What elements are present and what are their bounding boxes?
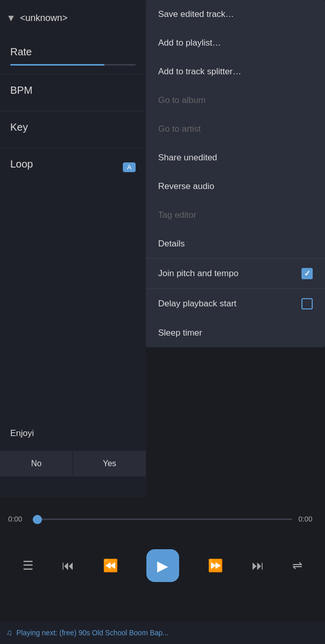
controls-bar: ☰ ⏮ ⏪ ▶ ⏩ ⏭ ⇌ [0, 543, 325, 588]
play-button[interactable]: ▶ [146, 549, 179, 582]
menu-item-label-4: Go to artist [158, 124, 201, 134]
bottom-buttons: No Yes [0, 451, 146, 476]
rate-slider-fill [10, 64, 104, 66]
next-track-icon[interactable]: ⏭ [252, 558, 264, 573]
menu-item-label-6: Reverse audio [158, 181, 214, 192]
menu-item-checkbox-10[interactable] [301, 298, 313, 309]
menu-item-label-9: Join pitch and tempo [158, 268, 239, 279]
loop-label: Loop [10, 158, 33, 170]
menu-item-label-10: Delay playback start [158, 299, 236, 309]
fast-forward-icon[interactable]: ⏩ [208, 558, 223, 573]
queue-icon[interactable]: ☰ [23, 558, 34, 573]
key-section: Key [0, 111, 146, 148]
progress-track[interactable] [33, 518, 292, 520]
loop-section: Loop A [0, 148, 146, 184]
progress-thumb[interactable] [33, 515, 42, 524]
menu-item-3: Go to album [146, 86, 325, 115]
dropdown-menu: Save edited track…Add to playlist…Add to… [146, 0, 325, 347]
header-title: <unknown> [20, 13, 68, 24]
key-label: Key [10, 121, 136, 133]
menu-item-8[interactable]: Details [146, 230, 325, 258]
bpm-label: BPM [10, 85, 136, 96]
start-time: 0:00 [8, 515, 27, 523]
prev-track-icon[interactable]: ⏮ [62, 558, 74, 573]
menu-item-label-11: Sleep timer [158, 328, 202, 338]
rate-slider[interactable] [10, 64, 136, 66]
rewind-icon[interactable]: ⏪ [103, 558, 118, 573]
rate-section: Rate [0, 36, 146, 74]
menu-item-7: Tag editor [146, 201, 325, 230]
progress-bar-area: 0:00 0:00 [0, 515, 325, 523]
bottom-bar: ♫ Playing next: (free) 90s Old School Bo… [0, 621, 325, 644]
no-button[interactable]: No [0, 451, 73, 476]
menu-item-10[interactable]: Delay playback start [146, 289, 325, 319]
playing-next-icon: ♫ [6, 628, 12, 637]
chevron-icon[interactable]: ▾ [8, 11, 14, 25]
menu-item-label-1: Add to playlist… [158, 38, 221, 48]
enjoy-text: Enjoyi [10, 428, 34, 438]
menu-item-6[interactable]: Reverse audio [146, 172, 325, 201]
playing-next-text: Playing next: (free) 90s Old School Boom… [16, 629, 168, 637]
loop-badge[interactable]: A [123, 162, 136, 172]
menu-item-checkbox-9[interactable] [301, 268, 313, 279]
menu-item-label-5: Share unedited [158, 153, 217, 163]
menu-item-9[interactable]: Join pitch and tempo [146, 259, 325, 288]
menu-item-2[interactable]: Add to track splitter… [146, 57, 325, 86]
menu-item-label-0: Save edited track… [158, 9, 234, 19]
menu-item-4: Go to artist [146, 115, 325, 143]
bpm-section: BPM [0, 74, 146, 111]
menu-item-1[interactable]: Add to playlist… [146, 29, 325, 57]
shuffle-icon[interactable]: ⇌ [292, 558, 302, 573]
menu-item-label-8: Details [158, 239, 185, 249]
menu-item-0[interactable]: Save edited track… [146, 0, 325, 29]
menu-item-label-3: Go to album [158, 95, 206, 106]
menu-item-label-2: Add to track splitter… [158, 67, 242, 77]
menu-item-11[interactable]: Sleep timer [146, 319, 325, 347]
rate-label: Rate [10, 46, 136, 58]
end-time: 0:00 [298, 515, 317, 523]
yes-button[interactable]: Yes [73, 451, 146, 476]
enjoy-area: Enjoyi [0, 420, 146, 447]
menu-item-5[interactable]: Share unedited [146, 143, 325, 172]
menu-item-label-7: Tag editor [158, 210, 197, 220]
play-icon: ▶ [157, 557, 168, 574]
